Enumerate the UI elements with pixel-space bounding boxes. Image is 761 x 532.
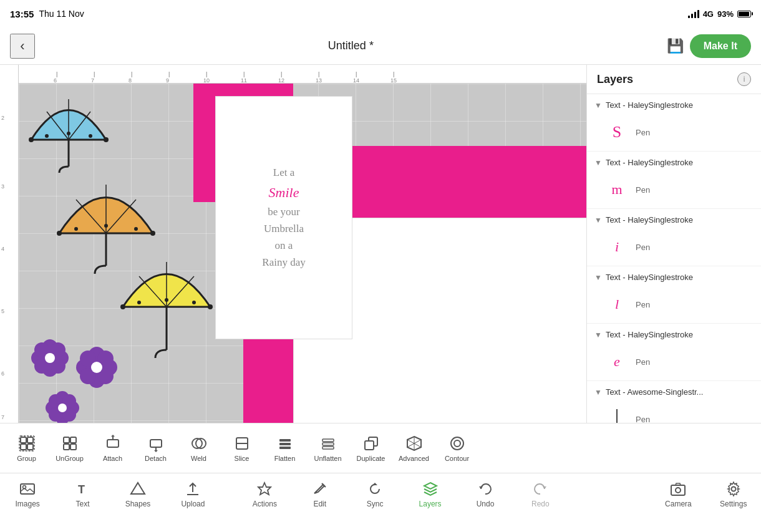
svg-rect-120 bbox=[21, 484, 34, 494]
advanced-icon bbox=[405, 435, 423, 452]
attach-label: Attach bbox=[103, 455, 122, 462]
ruler-v-tick: 3 bbox=[1, 183, 4, 190]
preview-letter-m: m bbox=[611, 181, 622, 198]
svg-point-50 bbox=[91, 362, 102, 373]
nav-undo[interactable]: Undo bbox=[458, 478, 513, 508]
layer-preview-5: e bbox=[604, 349, 629, 374]
bottom-nav: Images T Text Shapes Upload Actions Edi bbox=[0, 473, 761, 532]
card-smile: Smile bbox=[269, 185, 299, 200]
network-label: 4G bbox=[703, 9, 714, 19]
layer-sub-4: l Pen bbox=[587, 288, 761, 323]
unflatten-button[interactable]: Unflatten bbox=[308, 427, 348, 470]
date: Thu 11 Nov bbox=[39, 9, 84, 19]
nav-actions-label: Actions bbox=[253, 500, 277, 508]
chevron-down-icon: ▼ bbox=[594, 331, 602, 339]
card-text: Let a Smile be your Umbrella on a Rainy … bbox=[262, 164, 305, 271]
weld-button[interactable]: Weld bbox=[178, 427, 219, 470]
text-nav-icon: T bbox=[75, 481, 91, 497]
unflatten-label: Unflatten bbox=[314, 455, 341, 462]
make-it-button[interactable]: Make It bbox=[690, 34, 751, 58]
contour-icon bbox=[448, 435, 466, 452]
detach-label: Detach bbox=[145, 455, 167, 462]
nav-camera-label: Camera bbox=[665, 500, 692, 508]
top-bar: ‹ Untitled * 💾 Make It bbox=[0, 27, 761, 65]
svg-rect-89 bbox=[21, 444, 26, 450]
nav-settings[interactable]: Settings bbox=[706, 478, 761, 508]
svg-marker-129 bbox=[424, 483, 437, 489]
layer-header-2[interactable]: ▼ Text - HaleySinglestroke bbox=[587, 152, 761, 173]
contour-button[interactable]: Contour bbox=[437, 427, 477, 470]
svg-point-134 bbox=[731, 487, 735, 491]
nav-text-label: Text bbox=[76, 500, 90, 508]
layer-name-6: Text - Awesome-Singlestr... bbox=[606, 387, 754, 397]
flatten-label: Flatten bbox=[274, 455, 296, 462]
duplicate-button[interactable]: Duplicate bbox=[351, 427, 391, 470]
group-icon bbox=[18, 435, 36, 452]
svg-marker-123 bbox=[131, 483, 145, 494]
svg-rect-92 bbox=[64, 437, 69, 443]
slice-button[interactable]: Slice bbox=[221, 427, 262, 470]
chevron-down-icon: ▼ bbox=[594, 388, 602, 397]
layer-header-1[interactable]: ▼ Text - HaleySinglestroke bbox=[587, 94, 761, 116]
text-card[interactable]: Let a Smile be your Umbrella on a Rainy … bbox=[215, 96, 352, 339]
flatten-button[interactable]: Flatten bbox=[264, 427, 305, 470]
umbrella-blue[interactable] bbox=[25, 93, 112, 174]
nav-layers[interactable]: Layers bbox=[402, 478, 457, 508]
svg-point-20 bbox=[134, 227, 138, 231]
back-button[interactable]: ‹ bbox=[10, 34, 35, 59]
layer-header-3[interactable]: ▼ Text - HaleySinglestroke bbox=[587, 209, 761, 231]
layer-item-4[interactable]: ▼ Text - HaleySinglestroke l Pen bbox=[587, 266, 761, 324]
svg-rect-88 bbox=[27, 437, 33, 443]
layer-header-4[interactable]: ▼ Text - HaleySinglestroke bbox=[587, 266, 761, 288]
nav-layers-label: Layers bbox=[419, 500, 442, 508]
nav-images[interactable]: Images bbox=[0, 478, 55, 508]
nav-text[interactable]: T Text bbox=[55, 478, 110, 508]
group-button[interactable]: Group bbox=[6, 427, 47, 470]
layer-pen-5: Pen bbox=[636, 357, 650, 367]
nav-shapes[interactable]: Shapes bbox=[110, 478, 165, 508]
nav-actions[interactable]: Actions bbox=[237, 478, 292, 508]
nav-redo[interactable]: Redo bbox=[513, 478, 568, 508]
layer-item-1[interactable]: ▼ Text - HaleySinglestroke S Pen bbox=[587, 94, 761, 152]
settings-icon bbox=[725, 481, 742, 497]
detach-icon bbox=[147, 435, 165, 452]
layer-item-5[interactable]: ▼ Text - HaleySinglestroke e Pen bbox=[587, 324, 761, 381]
nav-upload[interactable]: Upload bbox=[165, 478, 220, 508]
nav-sync[interactable]: Sync bbox=[347, 478, 402, 508]
layers-header: Layers i bbox=[587, 65, 761, 94]
svg-point-6 bbox=[29, 137, 34, 142]
layer-item-2[interactable]: ▼ Text - HaleySinglestroke m Pen bbox=[587, 152, 761, 209]
svg-rect-106 bbox=[279, 439, 291, 442]
undo-icon bbox=[477, 481, 493, 497]
nav-edit-label: Edit bbox=[313, 500, 326, 508]
ruler-tick: 6 bbox=[56, 71, 57, 84]
ruler-v-tick: 2 bbox=[1, 115, 4, 121]
unflatten-icon bbox=[319, 435, 337, 452]
advanced-button[interactable]: Advanced bbox=[394, 427, 434, 470]
svg-marker-126 bbox=[258, 483, 271, 495]
ruler-v-tick: 4 bbox=[1, 246, 4, 252]
chevron-down-icon: ▼ bbox=[594, 101, 602, 110]
detach-button[interactable]: Detach bbox=[135, 427, 176, 470]
images-icon bbox=[19, 481, 36, 497]
ruler-tick: 11 bbox=[243, 71, 247, 84]
layer-sub-2: m Pen bbox=[587, 173, 761, 208]
edit-icon bbox=[312, 481, 328, 497]
layer-header-5[interactable]: ▼ Text - HaleySinglestroke bbox=[587, 324, 761, 346]
battery-icon bbox=[737, 11, 751, 17]
svg-point-59 bbox=[58, 404, 67, 412]
attach-button[interactable]: Attach bbox=[92, 427, 133, 470]
ungroup-button[interactable]: UnGroup bbox=[49, 427, 90, 470]
nav-camera[interactable]: Camera bbox=[651, 478, 705, 508]
layer-item-3[interactable]: ▼ Text - HaleySinglestroke i Pen bbox=[587, 209, 761, 266]
canvas-area[interactable]: Let a Smile be your Umbrella on a Rainy … bbox=[19, 84, 586, 442]
ruler-v-tick: 6 bbox=[1, 370, 4, 377]
layers-info-button[interactable]: i bbox=[737, 72, 751, 86]
preview-letter-i: i bbox=[615, 239, 619, 255]
save-button[interactable]: 💾 bbox=[667, 38, 684, 54]
ruler-tick: 10 bbox=[206, 71, 210, 84]
svg-point-29 bbox=[208, 304, 213, 309]
layer-header-6[interactable]: ▼ Text - Awesome-Singlestr... bbox=[587, 381, 761, 403]
nav-edit[interactable]: Edit bbox=[293, 478, 347, 508]
layer-sub-3: i Pen bbox=[587, 231, 761, 266]
